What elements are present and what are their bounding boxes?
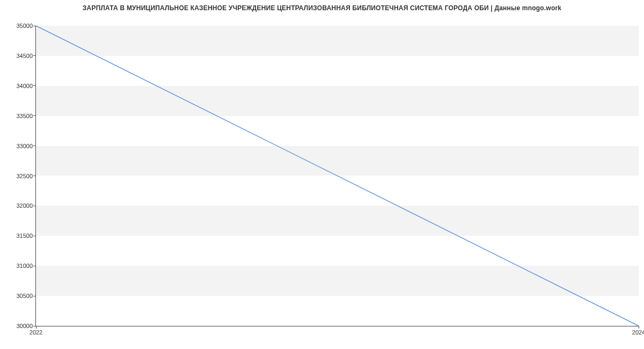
- y-tick-label: 34000: [16, 83, 33, 89]
- y-tick-mark: [33, 266, 36, 266]
- chart-line-svg: [36, 26, 639, 326]
- chart-title: ЗАРПЛАТА В МУНИЦИПАЛЬНОЕ КАЗЕННОЕ УЧРЕЖД…: [0, 0, 644, 12]
- x-tick-mark: [36, 326, 36, 329]
- plot-area: 3000030500310003150032000325003300033500…: [35, 26, 639, 326]
- y-tick-mark: [33, 296, 36, 296]
- y-tick-label: 33500: [16, 113, 33, 119]
- data-line: [36, 26, 639, 326]
- y-tick-mark: [33, 55, 36, 56]
- y-tick-label: 34500: [16, 53, 33, 59]
- x-tick-label: 2024: [632, 329, 644, 336]
- y-tick-label: 30500: [16, 293, 33, 299]
- y-tick-label: 31500: [16, 232, 33, 239]
- y-tick-label: 31000: [16, 263, 33, 269]
- y-tick-mark: [33, 115, 36, 116]
- y-tick-label: 30000: [16, 323, 33, 329]
- y-tick-mark: [33, 176, 36, 176]
- y-tick-label: 32500: [16, 173, 33, 179]
- chart-container: ЗАРПЛАТА В МУНИЦИПАЛЬНОЕ КАЗЕННОЕ УЧРЕЖД…: [0, 0, 644, 349]
- y-tick-mark: [33, 146, 36, 146]
- y-tick-label: 32000: [16, 202, 33, 209]
- x-tick-label: 2022: [30, 329, 42, 336]
- y-tick-mark: [33, 236, 36, 236]
- y-tick-label: 33000: [16, 143, 33, 149]
- y-tick-mark: [33, 85, 36, 86]
- y-tick-mark: [33, 206, 36, 206]
- y-tick-mark: [33, 26, 36, 26]
- y-tick-label: 35000: [16, 23, 33, 29]
- x-tick-mark: [639, 326, 639, 329]
